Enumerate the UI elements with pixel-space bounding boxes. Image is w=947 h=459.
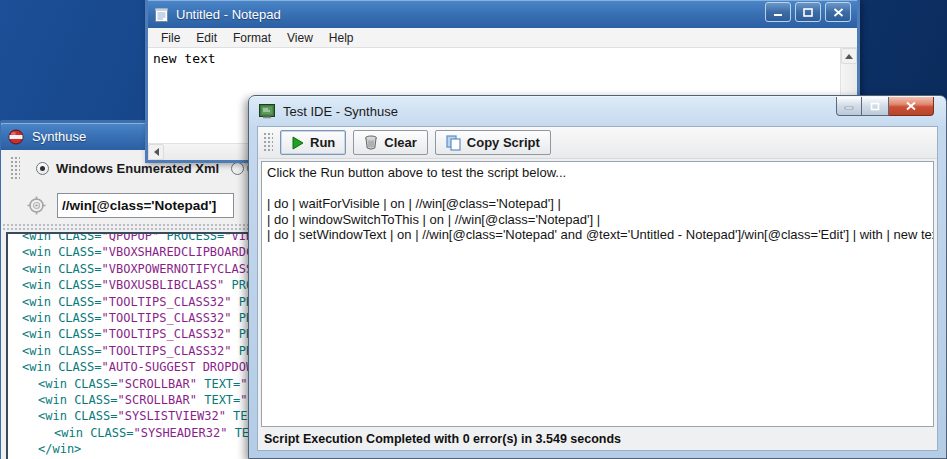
radio-windows-enumerated-xml[interactable]: Windows Enumerated Xml (36, 161, 219, 176)
test-ide-toolbar: Run Clear Copy Script (258, 127, 937, 159)
script-area[interactable]: Click the Run button above to test the s… (261, 161, 934, 427)
menu-item-file[interactable]: File (153, 29, 188, 47)
xml-line[interactable]: <win CLASS="TOOLTIPS_CLASS32" PROCESS="E… (8, 326, 252, 342)
copy-script-button-label: Copy Script (467, 135, 540, 150)
menu-item-format[interactable]: Format (225, 29, 279, 47)
xpath-input[interactable] (57, 193, 234, 218)
xml-line[interactable]: <win CLASS="SYSHEADER32" TEXT="" (8, 425, 252, 441)
xml-content: <win CLASS="QPOPUP" PROCESS="VIRTUALBOX.… (8, 232, 252, 459)
notepad-window-title: Untitled - Notepad (176, 7, 281, 22)
toolbar-grip-handle[interactable] (10, 156, 20, 181)
trash-icon (364, 135, 378, 150)
minimize-button[interactable] (836, 97, 862, 116)
close-button[interactable] (889, 97, 934, 116)
minimize-button[interactable] (765, 2, 791, 22)
synthuse-window: Synthuse Windows Enumerated Xml <win CLA… (0, 120, 256, 459)
synthuse-xpath-row (1, 187, 253, 223)
test-ide-window: Test IDE - Synthuse Run (248, 95, 947, 459)
xml-line[interactable]: <win CLASS="SCROLLBAR" TEXT="" cl (8, 376, 252, 392)
synthuse-window-title: Synthuse (32, 129, 86, 144)
xml-line[interactable]: <win CLASS="SYSLISTVIEW32" TEXT="" (8, 408, 252, 424)
toolbar-grip-handle[interactable] (263, 132, 273, 153)
close-button[interactable] (825, 2, 851, 22)
radio-unselected-icon[interactable] (231, 162, 244, 175)
xml-line[interactable]: <win CLASS="TOOLTIPS_CLASS32" PROCESS="E… (8, 343, 252, 359)
test-ide-app-icon (259, 104, 275, 119)
xml-line[interactable]: <win CLASS="QPOPUP" PROCESS="VIRTUALBOX.… (8, 232, 252, 244)
scroll-left-icon[interactable] (148, 144, 164, 160)
notepad-menubar: FileEditFormatViewHelp (148, 28, 857, 48)
test-ide-content: Run Clear Copy Script (257, 126, 938, 451)
xml-line[interactable]: <win CLASS="SCROLLBAR" TEXT="" cl (8, 392, 252, 408)
run-button-label: Run (310, 135, 335, 150)
notepad-text-content[interactable]: new text (148, 48, 857, 69)
maximize-button[interactable] (862, 97, 889, 116)
maximize-button[interactable] (795, 2, 821, 22)
run-button[interactable]: Run (280, 130, 346, 155)
copy-script-button[interactable]: Copy Script (435, 130, 551, 155)
menu-item-view[interactable]: View (279, 29, 321, 47)
radio-selected-icon[interactable] (36, 162, 49, 175)
dotted-separator (2, 223, 252, 232)
menu-item-help[interactable]: Help (321, 29, 362, 47)
xml-tree-panel[interactable]: <win CLASS="QPOPUP" PROCESS="VIRTUALBOX.… (6, 232, 254, 459)
menu-item-edit[interactable]: Edit (188, 29, 225, 47)
test-ide-window-controls (836, 97, 934, 116)
xml-line[interactable]: <win CLASS="VBOXPOWERNOTIFYCLASS" PROCES… (8, 261, 252, 277)
crosshair-target-icon[interactable] (27, 196, 46, 215)
scroll-up-icon[interactable] (841, 48, 857, 64)
xml-line[interactable]: <win CLASS="TOOLTIPS_CLASS32" PROCESS="E… (8, 294, 252, 310)
status-bar: Script Execution Completed with 0 error(… (261, 429, 934, 449)
notepad-window-controls (765, 2, 851, 22)
synthuse-app-icon (8, 129, 24, 145)
test-ide-window-title: Test IDE - Synthuse (283, 104, 398, 119)
xml-line[interactable]: <win CLASS="AUTO-SUGGEST DROPDOWN" TEXT= (8, 359, 252, 375)
clear-button[interactable]: Clear (353, 130, 428, 155)
xml-line[interactable]: <win CLASS="TOOLTIPS_CLASS32" PROCESS="E… (8, 310, 252, 326)
xml-line[interactable]: <win CLASS="VBOXUSBLIBCLASS" PROCESS="VB… (8, 277, 252, 293)
radio-label: Windows Enumerated Xml (56, 161, 219, 176)
xml-line[interactable]: </win> (8, 441, 252, 457)
clear-button-label: Clear (384, 135, 417, 150)
run-play-icon (291, 136, 304, 150)
copy-pages-icon (446, 135, 461, 151)
notepad-app-icon (155, 7, 168, 22)
notepad-titlebar[interactable]: Untitled - Notepad (148, 0, 857, 28)
xml-line[interactable]: <win CLASS="VBOXSHAREDCLIPBOARDCLASS" PR… (8, 244, 252, 260)
